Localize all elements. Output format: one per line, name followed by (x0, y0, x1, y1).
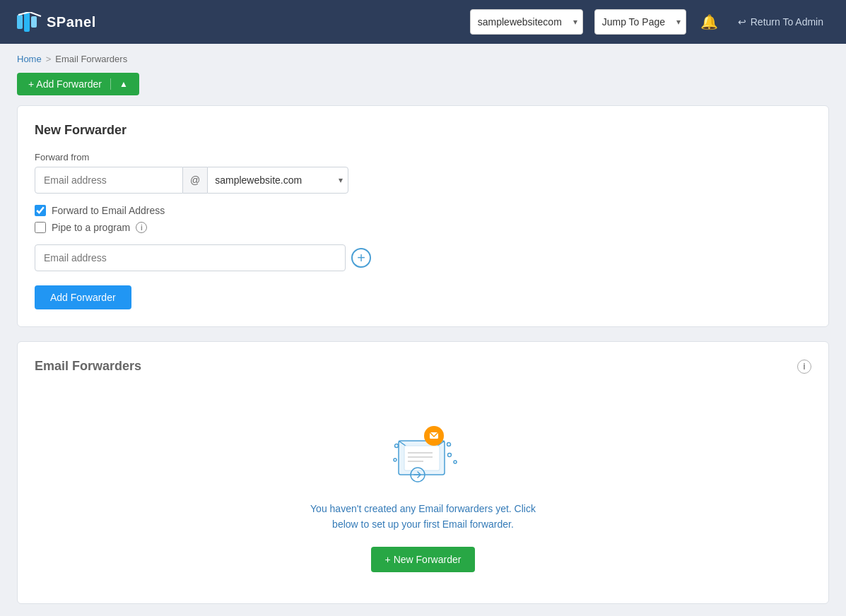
svg-rect-1 (24, 12, 30, 32)
svg-point-13 (447, 454, 451, 457)
pipe-to-program-checkbox[interactable] (35, 222, 46, 233)
new-forwarder-card: New Forwarder Forward from @ samplewebsi… (17, 105, 829, 327)
email-from-row: @ samplewebsite.com (35, 167, 811, 194)
forward-to-email-checkbox[interactable] (35, 205, 46, 216)
new-forwarder-title: New Forwarder (35, 123, 811, 138)
forward-to-email-row: Forward to Email Address (35, 205, 811, 216)
breadcrumb-home[interactable]: Home (17, 54, 42, 64)
domain-select-wrapper[interactable]: samplewebsitecom (470, 9, 583, 35)
empty-state: You haven't created any Email forwarders… (35, 388, 811, 586)
logo-text: SPanel (47, 14, 96, 30)
empty-state-text: You haven't created any Email forwarders… (310, 501, 536, 533)
email-forwarders-card: Email Forwarders i (17, 341, 829, 604)
breadcrumb: Home > Email Forwarders (17, 54, 829, 64)
destination-row: + (35, 244, 811, 271)
forward-type-group: Forward to Email Address Pipe to a progr… (35, 205, 811, 233)
add-forwarder-submit-button[interactable]: Add Forwarder (35, 285, 131, 309)
spanel-logo-icon (17, 12, 42, 32)
svg-point-12 (447, 443, 450, 446)
return-admin-label: Return To Admin (751, 16, 823, 28)
forwarders-info-icon[interactable]: i (797, 360, 811, 374)
main-content: New Forwarder Forward from @ samplewebsi… (0, 105, 846, 616)
pipe-info-icon[interactable]: i (136, 222, 147, 233)
add-forwarder-label: + Add Forwarder (28, 78, 102, 90)
svg-rect-4 (404, 446, 440, 470)
jump-to-page-wrapper[interactable]: Jump To Page (594, 9, 686, 35)
svg-rect-2 (31, 16, 37, 28)
return-to-admin-button[interactable]: ↩ Return To Admin (732, 13, 829, 30)
svg-point-15 (454, 461, 457, 463)
add-forwarder-submit-label: Add Forwarder (50, 292, 116, 303)
breadcrumb-separator: > (46, 54, 52, 64)
new-forwarder-label: + New Forwarder (385, 554, 462, 565)
forward-from-label: Forward from (35, 152, 811, 162)
destination-email-input[interactable] (35, 244, 346, 271)
email-forwarder-illustration (381, 409, 466, 487)
pipe-to-program-row: Pipe to a program i (35, 222, 811, 233)
domain-select-wrapper[interactable]: samplewebsite.com (207, 167, 348, 194)
logo: SPanel (17, 12, 96, 32)
domain-select[interactable]: samplewebsitecom (470, 9, 583, 35)
header: SPanel samplewebsitecom Jump To Page 🔔 ↩… (0, 0, 846, 44)
chevron-up-icon: ▲ (119, 79, 128, 89)
empty-text-line1: You haven't created any Email forwarders… (310, 503, 536, 514)
jump-to-page-select[interactable]: Jump To Page (594, 9, 686, 35)
svg-rect-0 (17, 15, 23, 29)
from-email-input[interactable] (35, 167, 183, 194)
at-symbol: @ (183, 167, 207, 194)
breadcrumb-current: Email Forwarders (55, 54, 127, 64)
section-header: Email Forwarders i (35, 359, 811, 374)
email-forwarders-title: Email Forwarders (35, 359, 141, 374)
notification-bell-button[interactable]: 🔔 (698, 11, 721, 33)
domain-dropdown[interactable]: samplewebsite.com (207, 167, 348, 194)
svg-point-11 (394, 444, 398, 448)
empty-text-line2: below to set up your first Email forward… (332, 519, 514, 530)
plus-icon: + (357, 251, 365, 265)
breadcrumb-bar: Home > Email Forwarders (0, 44, 846, 70)
bell-icon: 🔔 (700, 13, 718, 30)
add-destination-button[interactable]: + (351, 248, 371, 268)
svg-point-14 (394, 458, 396, 461)
forward-to-email-label: Forward to Email Address (52, 205, 165, 216)
button-divider (110, 78, 111, 90)
pipe-to-program-label: Pipe to a program (52, 222, 130, 233)
new-forwarder-button[interactable]: + New Forwarder (371, 547, 476, 572)
return-icon: ↩ (738, 16, 746, 28)
action-bar: + Add Forwarder ▲ (0, 70, 846, 105)
add-forwarder-button[interactable]: + Add Forwarder ▲ (17, 73, 139, 95)
